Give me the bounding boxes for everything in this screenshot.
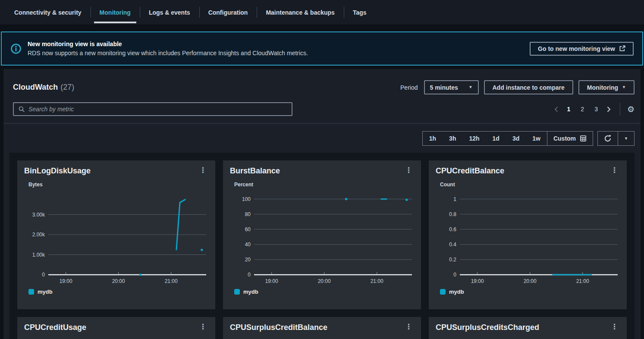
page-number-1[interactable]: 1: [564, 104, 574, 114]
chart-card-header: CPUCreditBalance⋮: [436, 166, 620, 176]
chevron-right-icon[interactable]: [605, 104, 613, 114]
info-icon: [10, 43, 22, 54]
tab-bar: Connectivity & securityMonitoringLogs & …: [0, 0, 644, 25]
svg-text:40: 40: [245, 242, 251, 248]
legend-label: mydb: [243, 289, 258, 295]
monitoring-dropdown-button[interactable]: Monitoring ▼: [578, 80, 635, 94]
chart-title: CPUSurplusCreditBalance: [230, 323, 327, 332]
svg-text:100: 100: [242, 196, 251, 202]
legend-item[interactable]: mydb: [440, 289, 620, 295]
range-button-12h[interactable]: 12h: [462, 132, 486, 145]
range-button-3h[interactable]: 3h: [443, 132, 462, 145]
metric-count: (27): [60, 83, 74, 92]
custom-range-button[interactable]: Custom: [547, 132, 593, 145]
chart-card: CPUSurplusCreditsCharged⋮Count: [429, 317, 627, 339]
svg-text:21:00: 21:00: [165, 278, 178, 284]
legend-swatch: [440, 289, 446, 295]
svg-text:21:00: 21:00: [371, 278, 383, 284]
search-input[interactable]: [28, 106, 287, 113]
period-select[interactable]: 5 minutes ▼: [424, 80, 479, 94]
page-number-3[interactable]: 3: [591, 104, 601, 114]
svg-text:1.00k: 1.00k: [32, 252, 45, 258]
svg-text:2.00k: 2.00k: [32, 232, 45, 238]
add-instance-to-compare-button[interactable]: Add instance to compare: [484, 80, 573, 94]
tab-configuration[interactable]: Configuration: [199, 0, 257, 25]
range-group: 1h3h12h1d3d1w Custom: [422, 131, 593, 146]
tab-logs-events[interactable]: Logs & events: [140, 0, 199, 25]
calendar-grid-icon: [580, 135, 587, 142]
external-link-icon: [619, 45, 625, 52]
go-to-new-monitoring-view-button[interactable]: Go to new monitoring view: [530, 42, 634, 56]
svg-text:21:00: 21:00: [576, 278, 589, 284]
svg-text:1: 1: [453, 196, 456, 202]
svg-text:20:00: 20:00: [524, 278, 537, 284]
svg-text:0: 0: [42, 272, 45, 278]
chart-unit-label: Count: [440, 182, 620, 188]
vertical-dots-menu-icon[interactable]: ⋮: [609, 323, 620, 331]
vertical-dots-menu-icon[interactable]: ⋮: [403, 166, 414, 175]
svg-text:3.00k: 3.00k: [32, 212, 45, 218]
tab-tags[interactable]: Tags: [344, 0, 376, 25]
chart-card-header: CPUSurplusCreditBalance⋮: [230, 322, 414, 332]
pagination: 123 ⚙: [552, 103, 635, 116]
gear-icon[interactable]: ⚙: [627, 105, 635, 113]
search-box: [13, 102, 292, 116]
vertical-dots-menu-icon[interactable]: ⋮: [198, 166, 208, 175]
chevron-down-icon: ▼: [469, 85, 473, 89]
banner-button-label: Go to new monitoring view: [538, 45, 615, 52]
charts-grid: BinLogDiskUsage⋮Bytes01.00k2.00k3.00k19:…: [17, 160, 627, 339]
chart-card: CPUSurplusCreditBalance⋮Count: [223, 317, 421, 339]
range-button-1h[interactable]: 1h: [423, 132, 443, 145]
legend-label: mydb: [38, 289, 53, 295]
svg-text:80: 80: [245, 211, 251, 217]
chart-title: CPUCreditUsage: [24, 323, 86, 332]
svg-text:0.4: 0.4: [449, 242, 456, 248]
chart-card-header: BurstBalance⋮: [230, 166, 414, 176]
vertical-dots-menu-icon[interactable]: ⋮: [609, 166, 620, 175]
chevron-left-icon[interactable]: [552, 104, 560, 114]
range-button-1w[interactable]: 1w: [526, 132, 547, 145]
refresh-button[interactable]: [598, 132, 618, 145]
svg-text:0.6: 0.6: [449, 226, 456, 232]
tab-maintenance-backups[interactable]: Maintenance & backups: [257, 0, 344, 25]
add-instance-label: Add instance to compare: [493, 84, 565, 91]
legend-item[interactable]: mydb: [28, 289, 208, 295]
chart-title: CPUCreditBalance: [436, 166, 504, 176]
chart-unit-label: Bytes: [28, 182, 208, 188]
chart-title: BurstBalance: [230, 166, 280, 176]
search-icon: [18, 106, 25, 113]
time-range-bar: 1h3h12h1d3d1w Custom: [3, 124, 641, 153]
chart-title: BinLogDiskUsage: [24, 166, 91, 176]
custom-range-label: Custom: [553, 135, 576, 142]
refresh-dropdown-button[interactable]: ▼: [618, 132, 634, 145]
tab-monitoring[interactable]: Monitoring: [91, 0, 140, 25]
chart-card-header: CPUSurplusCreditsCharged⋮: [436, 322, 620, 332]
legend-label: mydb: [449, 289, 464, 295]
page-number-2[interactable]: 2: [577, 104, 587, 114]
banner-description: RDS now supports a new monitoring view w…: [28, 50, 308, 56]
chart-card: BinLogDiskUsage⋮Bytes01.00k2.00k3.00k19:…: [17, 160, 215, 309]
monitoring-panel: CloudWatch (27) Period 5 minutes ▼ Add i…: [3, 69, 641, 339]
chevron-down-icon: ▼: [622, 85, 626, 89]
svg-text:19:00: 19:00: [60, 278, 72, 284]
panel-header: CloudWatch (27) Period 5 minutes ▼ Add i…: [3, 69, 641, 102]
legend-item[interactable]: mydb: [234, 289, 414, 295]
chart-title: CPUSurplusCreditsCharged: [436, 323, 539, 332]
divider: [620, 103, 620, 116]
range-button-1d[interactable]: 1d: [486, 132, 506, 145]
svg-text:0.2: 0.2: [449, 257, 456, 263]
tab-connectivity-security[interactable]: Connectivity & security: [5, 0, 91, 25]
svg-text:19:00: 19:00: [265, 278, 278, 284]
refresh-group: ▼: [597, 131, 635, 146]
chart-card: CPUCreditUsage⋮Count: [17, 317, 215, 339]
svg-text:19:00: 19:00: [471, 278, 484, 284]
vertical-dots-menu-icon[interactable]: ⋮: [403, 323, 414, 331]
section-title: CloudWatch: [13, 83, 58, 92]
svg-text:0.8: 0.8: [449, 211, 456, 217]
svg-text:60: 60: [245, 226, 251, 232]
vertical-dots-menu-icon[interactable]: ⋮: [198, 323, 208, 331]
svg-text:20:00: 20:00: [112, 278, 125, 284]
chart-card-header: BinLogDiskUsage⋮: [24, 166, 208, 176]
chart-card: CPUCreditBalance⋮Count00.20.40.60.8119:0…: [429, 160, 627, 309]
range-button-3d[interactable]: 3d: [506, 132, 526, 145]
